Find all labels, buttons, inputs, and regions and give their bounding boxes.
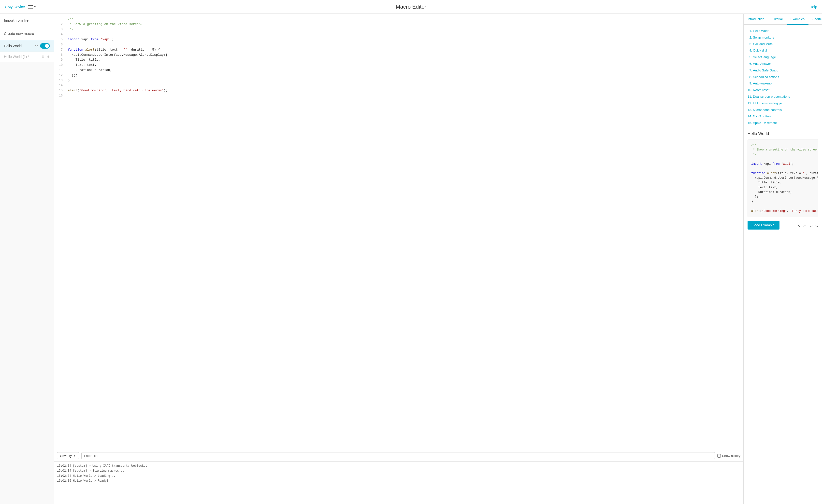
code-content[interactable]: /** * Show a greeting on the video scree… xyxy=(65,14,743,450)
svg-rect-2 xyxy=(28,8,33,9)
code-editor[interactable]: 1234 5678 9101112 13141516 /** * Show a … xyxy=(54,14,743,450)
back-link[interactable]: ‹ My Device xyxy=(5,5,25,9)
macro-item-hello-world[interactable]: Hello World ⚒ xyxy=(0,40,54,52)
expand-icons: ↖ ↗ ↙ ↘ xyxy=(797,224,818,228)
severity-dropdown[interactable]: Severity ▼ xyxy=(57,452,79,459)
svg-rect-1 xyxy=(28,7,33,7)
console-area: Severity ▼ Show history 15:02:04 [system… xyxy=(54,450,743,504)
expand-icon-topleft[interactable]: ↖ xyxy=(797,224,801,228)
tab-shortcuts[interactable]: Shortcuts xyxy=(808,14,822,25)
macro-actions-hello-world-1: ⇩ 🗑 xyxy=(41,55,50,59)
example-item-15[interactable]: Apple TV remote xyxy=(753,120,818,126)
page-title: Macro Editor xyxy=(396,4,426,10)
create-new-macro-button[interactable]: Create new macro xyxy=(0,27,54,40)
example-item-2[interactable]: Swap monitors xyxy=(753,34,818,41)
macro-toggle-hello-world[interactable] xyxy=(40,43,50,49)
right-panel: Introduction Tutorial Examples Shortcuts… xyxy=(743,14,822,504)
import-from-file-button[interactable]: Import from file... xyxy=(0,14,54,27)
example-item-12[interactable]: UI Extensions logger xyxy=(753,100,818,107)
topbar: ‹ My Device ▼ Macro Editor Help xyxy=(0,0,822,14)
log-line-2: 15:02:04 [system] > Starting macros... xyxy=(57,468,740,473)
console-log: 15:02:04 [system] > Using XAPI transport… xyxy=(54,462,743,504)
example-item-5[interactable]: Select language xyxy=(753,54,818,61)
back-arrow-icon: ‹ xyxy=(5,5,6,9)
example-detail-section: Hello World /** * Show a greeting on the… xyxy=(748,131,818,230)
tab-examples[interactable]: Examples xyxy=(787,14,808,25)
macro-item-hello-world-1[interactable]: Hello World (1) * ⇩ 🗑 xyxy=(0,52,54,62)
expand-icon-topright[interactable]: ↗ xyxy=(803,224,806,228)
hamburger-menu-button[interactable]: ▼ xyxy=(28,4,36,9)
delete-icon[interactable]: 🗑 xyxy=(46,55,50,59)
show-history-checkbox[interactable] xyxy=(717,454,721,458)
svg-rect-0 xyxy=(28,5,33,6)
example-item-6[interactable]: Auto Answer xyxy=(753,61,818,67)
severity-label: Severity xyxy=(60,454,72,458)
example-item-3[interactable]: Call and Mute xyxy=(753,41,818,48)
toggle-slider xyxy=(40,43,50,49)
example-item-8[interactable]: Scheduled actions xyxy=(753,74,818,81)
tab-tutorial[interactable]: Tutorial xyxy=(768,14,787,25)
example-item-7[interactable]: Audio Safe Guard xyxy=(753,67,818,74)
help-link[interactable]: Help xyxy=(809,5,817,9)
editor-area: 1234 5678 9101112 13141516 /** * Show a … xyxy=(54,14,743,504)
examples-list: Hello World Swap monitors Call and Mute … xyxy=(748,28,818,126)
hamburger-caret: ▼ xyxy=(34,5,36,8)
load-example-button[interactable]: Load Example xyxy=(748,221,780,230)
filter-input[interactable] xyxy=(81,452,715,459)
example-item-9[interactable]: Auto-wakeup xyxy=(753,80,818,87)
right-tabs: Introduction Tutorial Examples Shortcuts xyxy=(744,14,822,25)
download-icon[interactable]: ⇩ xyxy=(41,55,44,59)
log-line-1: 15:02:04 [system] > Using XAPI transport… xyxy=(57,463,740,468)
sidebar: Import from file... Create new macro Hel… xyxy=(0,14,54,504)
right-content: Hello World Swap monitors Call and Mute … xyxy=(744,25,822,504)
example-item-14[interactable]: GPIO button xyxy=(753,113,818,120)
example-detail-title: Hello World xyxy=(748,131,818,136)
log-line-4: 15:02:05 Hello World > Ready! xyxy=(57,478,740,483)
back-label: My Device xyxy=(8,5,25,9)
macro-actions-hello-world: ⚒ xyxy=(35,43,50,49)
example-item-1[interactable]: Hello World xyxy=(753,28,818,34)
line-numbers: 1234 5678 9101112 13141516 xyxy=(54,14,65,450)
macro-name-hello-world-1: Hello World (1) * xyxy=(4,55,29,59)
show-history-label[interactable]: Show history xyxy=(717,454,740,458)
console-toolbar: Severity ▼ Show history xyxy=(54,450,743,462)
tab-introduction[interactable]: Introduction xyxy=(744,14,768,25)
hamburger-icon xyxy=(28,4,33,9)
macro-name-hello-world: Hello World xyxy=(4,44,22,48)
wrench-icon[interactable]: ⚒ xyxy=(35,44,38,48)
topbar-center: Macro Editor xyxy=(396,4,426,10)
main-layout: Import from file... Create new macro Hel… xyxy=(0,14,822,504)
topbar-left: ‹ My Device ▼ xyxy=(5,4,36,9)
example-item-13[interactable]: Microphone controls xyxy=(753,107,818,113)
log-line-3: 15:02:04 Hello World > Loading... xyxy=(57,474,740,478)
show-history-text: Show history xyxy=(722,454,740,458)
example-item-4[interactable]: Quick dial xyxy=(753,47,818,54)
example-code-block: /** * Show a greeting on the video scree… xyxy=(748,139,818,217)
example-item-10[interactable]: Room reset xyxy=(753,87,818,94)
expand-icon-bottomright[interactable]: ↘ xyxy=(815,224,818,228)
expand-icon-bottomleft[interactable]: ↙ xyxy=(810,224,813,228)
example-item-11[interactable]: Dual screen presentations xyxy=(753,94,818,100)
severity-caret-icon: ▼ xyxy=(73,454,76,457)
